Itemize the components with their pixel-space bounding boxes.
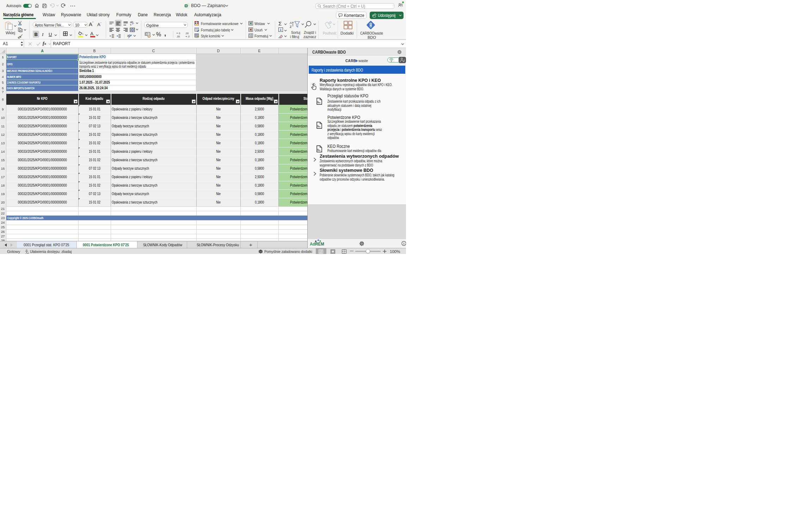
svg-text:,0: ,0 [188, 35, 190, 38]
svg-text:c: c [130, 23, 131, 26]
svg-text:0: 0 [179, 32, 180, 35]
svg-text:,00: ,00 [185, 32, 189, 35]
svg-text:,00: ,00 [177, 35, 180, 38]
svg-text:ab: ab [127, 34, 131, 37]
svg-text:Z: Z [290, 25, 292, 29]
svg-text:i: i [404, 58, 405, 62]
svg-text:A: A [290, 21, 292, 25]
